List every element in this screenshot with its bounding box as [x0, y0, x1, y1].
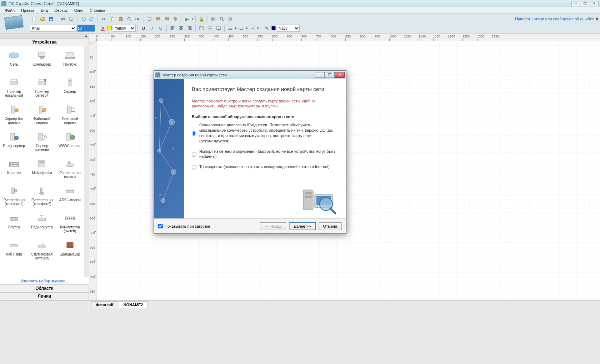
grid-button[interactable]: [209, 15, 217, 23]
wizard-minimize-button[interactable]: —: [315, 72, 325, 78]
settings-button[interactable]: ⚙: [226, 15, 234, 23]
device-item[interactable]: Сервер: [56, 75, 84, 102]
device-item[interactable]: Кластер: [0, 157, 28, 184]
paste-button[interactable]: [117, 15, 125, 23]
line-arrow-button[interactable]: [249, 24, 256, 32]
tool-button-4[interactable]: [171, 15, 179, 23]
wizard-next-button[interactable]: Далее >>: [289, 222, 315, 230]
fill-color-select[interactable]: Yellow: [108, 25, 136, 32]
device-item[interactable]: Принтер сетевой: [28, 75, 56, 102]
tool-button-1[interactable]: [146, 15, 154, 23]
tool-button-2[interactable]: [154, 15, 162, 23]
valign-top-button[interactable]: [198, 24, 205, 32]
window-maximize-button[interactable]: ❐: [581, 1, 589, 6]
italic-button[interactable]: I: [148, 24, 156, 32]
device-item[interactable]: WWW-сервер: [56, 130, 84, 157]
new-button[interactable]: [30, 15, 38, 23]
align-right-button[interactable]: [186, 24, 194, 32]
device-item[interactable]: Хаб (Hub): [0, 238, 28, 265]
bold-button[interactable]: B: [140, 24, 148, 32]
copy-button[interactable]: [108, 15, 116, 23]
device-item[interactable]: Почтовый сервер: [56, 102, 84, 130]
wizard-cancel-button[interactable]: Отмена: [319, 222, 342, 230]
menu-правка[interactable]: Правка: [18, 8, 37, 13]
device-item[interactable]: Файловый сервер: [28, 102, 56, 130]
menu-файл[interactable]: Файл: [2, 8, 18, 13]
line-dash-button[interactable]: [238, 24, 245, 32]
device-item[interactable]: Ноутбук: [56, 48, 84, 75]
font-color-button[interactable]: A: [99, 24, 107, 32]
wizard-close-button[interactable]: ✕: [335, 72, 345, 78]
wizard-radio-trace[interactable]: [192, 165, 196, 170]
device-item[interactable]: Принтер локальный: [0, 75, 28, 102]
wizard-show-checkbox[interactable]: [158, 224, 163, 228]
menu-окно[interactable]: Окно: [71, 8, 86, 13]
wizard-option-import[interactable]: Импорт из сетевого окружения (быстрый, н…: [192, 149, 338, 160]
find-button[interactable]: [125, 15, 133, 23]
wizard-back-button[interactable]: << Назад: [260, 222, 286, 230]
save-button[interactable]: [47, 15, 55, 23]
wizard-radio-scan[interactable]: [192, 123, 196, 143]
underline-button[interactable]: U: [157, 24, 165, 32]
sidebar-header-devices[interactable]: Устройства: [0, 38, 89, 46]
wizard-maximize-button[interactable]: ❐: [325, 72, 335, 78]
device-item[interactable]: IP-телефония (телефон2): [28, 184, 56, 211]
device-item[interactable]: IP-телефония (шлюз): [56, 157, 84, 184]
wizard-show-on-load-checkbox[interactable]: Показывать при загрузке: [158, 224, 210, 228]
wizard-option-trace[interactable]: Трассировка (позволяет построить схему с…: [192, 164, 338, 170]
window-minimize-button[interactable]: —: [571, 1, 580, 6]
zoom-button[interactable]: [218, 15, 226, 23]
sidebar-scroll-up[interactable]: [0, 34, 89, 38]
sidebar-header-lines[interactable]: Линии: [0, 292, 89, 300]
device-item[interactable]: Спутниковая антенна: [28, 238, 56, 265]
doc-tab[interactable]: demo.ndf: [91, 301, 118, 308]
print-preview-button[interactable]: [68, 15, 75, 23]
redo-button[interactable]: [88, 15, 96, 23]
font-size-input[interactable]: [77, 25, 95, 32]
device-item[interactable]: Роутер: [0, 211, 28, 238]
wizard-radio-import[interactable]: [192, 150, 196, 160]
window-close-button[interactable]: ✕: [590, 1, 599, 6]
menu-сервис[interactable]: Сервис: [51, 8, 71, 13]
device-item[interactable]: Брандмауэр: [56, 238, 84, 265]
device-item[interactable]: Proxy-сервер: [0, 130, 28, 157]
valign-middle-button[interactable]: [206, 24, 214, 32]
feedback-link[interactable]: Прислать отзыв или сообщение об ошибке✖: [515, 17, 599, 21]
device-item[interactable]: Сервер баз данных: [0, 102, 28, 130]
menu-справка[interactable]: Справка: [87, 8, 108, 13]
line-style-button[interactable]: [226, 24, 234, 32]
wizard-option-scan[interactable]: Сканирование диапазона IP-адресов. Позво…: [192, 122, 338, 143]
tool-button-3[interactable]: [163, 15, 171, 23]
text-button[interactable]: TXT: [134, 15, 142, 23]
wizard-titlebar[interactable]: Мастер создания новой карты сети — ❐ ✕: [154, 71, 346, 79]
align-left-button[interactable]: [169, 24, 176, 32]
device-icon: [35, 77, 49, 88]
device-item[interactable]: ADSL-модем: [56, 184, 84, 211]
close-feedback-icon[interactable]: ✖: [595, 17, 599, 21]
device-item[interactable]: Мэйнфрейм: [28, 157, 56, 184]
lock-button[interactable]: 🔒: [198, 15, 205, 23]
font-family-select[interactable]: Arial: [30, 25, 76, 32]
line-color-select[interactable]: Navy: [271, 25, 300, 32]
align-center-button[interactable]: [177, 24, 185, 32]
doc-tab[interactable]: NONAME2: [119, 301, 148, 308]
device-icon: [7, 239, 21, 251]
device-item[interactable]: Коммутатор (switch): [56, 211, 84, 238]
valign-bottom-button[interactable]: [215, 24, 222, 32]
device-item[interactable]: Сеть: [0, 48, 28, 75]
device-label: WWW-сервер: [59, 144, 81, 148]
line-color-button[interactable]: ✎: [263, 24, 271, 32]
sidebar-header-areas[interactable]: Области: [0, 284, 89, 292]
change-icons-link[interactable]: Изменить набор значков...: [0, 277, 89, 284]
device-item[interactable]: Компьютер: [28, 48, 56, 75]
print-button[interactable]: [59, 15, 67, 23]
cut-button[interactable]: ✂: [100, 15, 108, 23]
open-button[interactable]: [39, 15, 46, 23]
device-item[interactable]: IP-телефония (телефон1): [0, 184, 28, 211]
undo-button[interactable]: [79, 15, 87, 23]
device-item[interactable]: Сервер времени: [28, 130, 56, 157]
device-item[interactable]: Радиороутер: [28, 211, 56, 238]
run-button[interactable]: ▶: [183, 15, 191, 23]
device-icon: [35, 158, 49, 170]
menu-вид[interactable]: Вид: [38, 8, 51, 13]
